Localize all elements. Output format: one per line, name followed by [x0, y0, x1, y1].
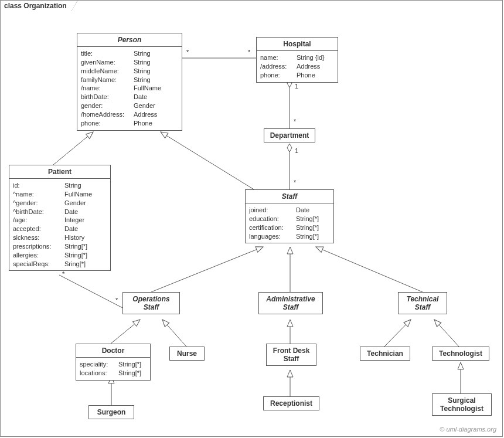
class-staff-title: Staff — [246, 190, 333, 203]
class-person: Person title:String givenName:String mid… — [77, 33, 182, 131]
class-technical-staff: Technical Staff — [398, 292, 447, 314]
class-doctor: Doctor speciality:String[*] locations:St… — [76, 344, 151, 381]
svg-line-13 — [434, 320, 459, 347]
class-hospital: Hospital name:String {id} /address:Addre… — [256, 37, 338, 83]
svg-line-10 — [162, 320, 186, 347]
class-technical-staff-title: Technical Staff — [399, 293, 447, 314]
mult-hospital-dept-1: 1 — [295, 83, 298, 90]
svg-line-6 — [151, 247, 263, 292]
svg-line-12 — [384, 320, 411, 347]
class-nurse-title: Nurse — [170, 347, 204, 360]
frame-title: class Organization — [4, 2, 67, 10]
class-staff: Staff joined:Date education:String[*] ce… — [245, 189, 334, 243]
svg-line-9 — [111, 320, 140, 344]
frame-title-tab: class Organization — [0, 0, 72, 11]
mult-dept-staff-1: 1 — [295, 147, 298, 154]
class-person-title: Person — [77, 33, 182, 47]
class-surgical-technologist: Surgical Technologist — [432, 393, 492, 416]
class-receptionist-title: Receptionist — [264, 397, 319, 410]
mult-patient-ops-patient: * — [62, 270, 64, 277]
class-diagram-frame: class Organization — [0, 0, 503, 437]
class-patient: Patient id:String ^name:FullName ^gender… — [9, 165, 111, 271]
class-front-desk-staff-title: Front Desk Staff — [267, 344, 316, 365]
class-front-desk-staff: Front Desk Staff — [266, 344, 316, 366]
class-surgical-technologist-title: Surgical Technologist — [433, 394, 491, 415]
class-nurse: Nurse — [169, 347, 205, 361]
class-hospital-title: Hospital — [257, 38, 338, 51]
mult-dept-staff-star: * — [294, 179, 296, 186]
svg-line-5 — [59, 275, 122, 308]
watermark: © uml-diagrams.org — [440, 426, 496, 433]
mult-patient-ops-ops: * — [115, 297, 118, 304]
class-receptionist: Receptionist — [263, 396, 319, 410]
class-staff-attrs: joined:Date education:String[*] certific… — [246, 203, 333, 243]
svg-line-3 — [53, 132, 93, 165]
class-technician-title: Technician — [360, 347, 410, 360]
class-department-title: Department — [264, 129, 315, 142]
class-operations-staff: Operations Staff — [122, 292, 180, 314]
class-administrative-staff: Administrative Staff — [258, 292, 323, 314]
class-technologist: Technologist — [432, 347, 489, 361]
class-hospital-attrs: name:String {id} /address:Address phone:… — [257, 51, 338, 82]
class-patient-attrs: id:String ^name:FullName ^gender:Gender … — [9, 179, 110, 270]
svg-line-4 — [161, 132, 254, 189]
class-doctor-title: Doctor — [76, 344, 150, 358]
class-doctor-attrs: speciality:String[*] locations:String[*] — [76, 358, 150, 380]
svg-line-8 — [316, 247, 423, 292]
class-surgeon: Surgeon — [88, 405, 134, 419]
class-department: Department — [264, 128, 315, 142]
class-person-attrs: title:String givenName:String middleName… — [77, 47, 182, 130]
mult-person-hospital-hospital: * — [248, 49, 250, 56]
class-technologist-title: Technologist — [433, 347, 489, 360]
class-technician: Technician — [360, 347, 410, 361]
mult-hospital-dept-star: * — [294, 118, 296, 125]
class-administrative-staff-title: Administrative Staff — [259, 293, 322, 314]
mult-person-hospital-person: * — [186, 49, 189, 56]
class-operations-staff-title: Operations Staff — [123, 293, 179, 314]
class-surgeon-title: Surgeon — [89, 406, 134, 419]
class-patient-title: Patient — [9, 165, 110, 179]
